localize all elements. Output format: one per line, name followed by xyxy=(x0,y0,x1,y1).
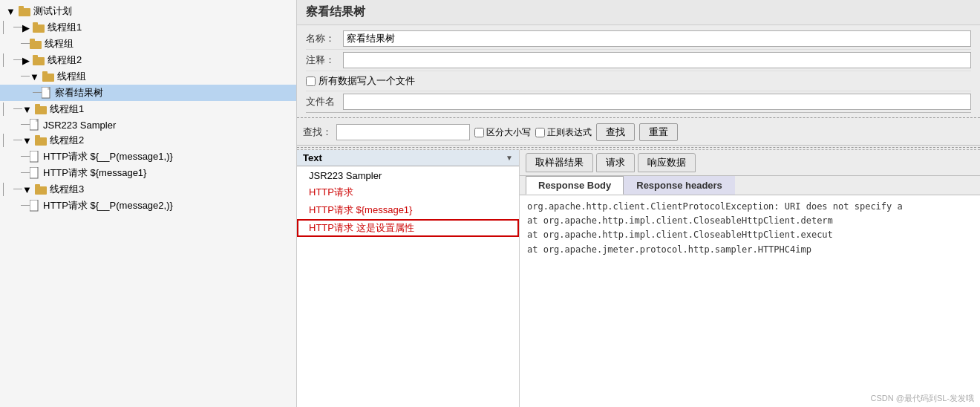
sub-tab-response-body[interactable]: Response Body xyxy=(526,176,624,195)
tabs-row: 取样器结果 请求 响应数据 xyxy=(520,150,980,176)
svg-rect-17 xyxy=(30,167,38,178)
folder-icon xyxy=(30,39,42,49)
case-sensitive-option: 区分大小写 xyxy=(474,126,531,139)
regex-label: 正则表达式 xyxy=(547,126,592,139)
comment-row: 注释： xyxy=(306,50,971,71)
comment-input[interactable] xyxy=(343,52,971,68)
tree-item[interactable]: ▶ 线程组1 xyxy=(0,19,296,36)
write-all-label: 所有数据写入一个文件 xyxy=(318,74,415,88)
tab-sampler-result[interactable]: 取样器结果 xyxy=(526,153,593,172)
case-sensitive-label: 区分大小写 xyxy=(486,126,531,139)
expand-icon: ▶ xyxy=(22,22,30,33)
case-sensitive-checkbox[interactable] xyxy=(474,128,484,137)
right-panel: 察看结果树 名称： 注释： 所有数据写入一个文件 文件名 查找： 区分大小写 xyxy=(297,0,980,407)
tree-item-label: 线程组3 xyxy=(50,183,84,196)
tree-root[interactable]: ▼ 测试计划 xyxy=(0,3,296,19)
folder-icon xyxy=(19,6,30,16)
tree-item[interactable]: ▼ 线程组2 xyxy=(0,132,296,149)
tree-panel: ▼ 测试计划 ▶ 线程组1 线程组 ▶ 线程组2 ▼ xyxy=(0,0,297,407)
svg-rect-12 xyxy=(35,104,40,107)
dropdown-arrow-icon[interactable]: ▼ xyxy=(506,154,513,162)
list-item-selected[interactable]: HTTP请求 这是设置属性 xyxy=(297,219,519,237)
tab-request[interactable]: 请求 xyxy=(596,153,635,172)
tree-item[interactable]: HTTP请求 ${__P(message2,)} xyxy=(0,198,296,214)
folder-icon xyxy=(33,22,45,33)
reset-button[interactable]: 重置 xyxy=(639,123,678,141)
regex-checkbox[interactable] xyxy=(535,128,545,137)
error-line-3: at org.apache.http.impl.client.Closeable… xyxy=(527,228,973,242)
svg-rect-7 xyxy=(33,55,38,58)
tree-item[interactable]: 线程组 xyxy=(0,36,296,52)
name-row: 名称： xyxy=(306,28,971,50)
tree-item-label: 线程组1 xyxy=(50,102,84,116)
svg-rect-8 xyxy=(42,74,54,82)
detail-panel: 取样器结果 请求 响应数据 Response Body Response hea… xyxy=(520,150,980,407)
svg-rect-11 xyxy=(35,106,47,114)
tab-response-data[interactable]: 响应数据 xyxy=(638,153,696,172)
tree-item[interactable]: ▼ 线程组1 xyxy=(0,101,296,117)
filename-row: 文件名 xyxy=(306,91,971,113)
svg-rect-18 xyxy=(35,186,47,195)
error-line-4: at org.apache.jmeter.protocol.http.sampl… xyxy=(527,243,973,257)
list-item[interactable]: JSR223 Sampler xyxy=(297,168,519,183)
tree-item[interactable]: HTTP请求 ${message1} xyxy=(0,165,296,181)
divider xyxy=(297,117,980,118)
svg-rect-20 xyxy=(30,200,38,211)
svg-rect-2 xyxy=(33,25,45,33)
list-item[interactable]: HTTP请求 ${message1} xyxy=(297,201,519,219)
tree-item[interactable]: HTTP请求 ${__P(message1,)} xyxy=(0,149,296,165)
svg-rect-16 xyxy=(30,151,38,162)
result-list: JSR223 Sampler HTTP请求 HTTP请求 ${message1}… xyxy=(297,166,519,407)
svg-rect-4 xyxy=(30,41,42,49)
write-all-checkbox[interactable] xyxy=(306,76,316,86)
filename-label: 文件名 xyxy=(306,95,343,108)
doc-icon xyxy=(30,167,40,179)
result-list-panel: Text ▼ JSR223 Sampler HTTP请求 HTTP请求 ${me… xyxy=(297,150,520,407)
list-item[interactable]: HTTP请求 xyxy=(297,183,519,201)
tree-item-label: HTTP请求 ${__P(message2,)} xyxy=(43,199,173,212)
tree-item[interactable]: ▶ 线程组2 xyxy=(0,52,296,68)
expand-icon: ▼ xyxy=(22,184,32,195)
form-section: 名称： 注释： 所有数据写入一个文件 文件名 xyxy=(297,25,980,116)
svg-rect-19 xyxy=(35,184,40,187)
tree-item[interactable]: JSR223 Sampler xyxy=(0,117,296,132)
search-label: 查找： xyxy=(303,126,332,139)
comment-label: 注释： xyxy=(306,53,343,67)
error-line-1: org.apache.http.client.ClientProtocolExc… xyxy=(527,200,973,214)
write-all-row: 所有数据写入一个文件 xyxy=(306,71,971,91)
svg-rect-1 xyxy=(19,6,24,9)
search-input[interactable] xyxy=(336,124,470,140)
list-header-label: Text xyxy=(303,152,322,163)
tree-item-selected[interactable]: 察看结果树 xyxy=(0,85,296,101)
list-header: Text ▼ xyxy=(297,150,519,166)
expand-icon: ▼ xyxy=(6,6,16,17)
search-bar: 查找： 区分大小写 正则表达式 查找 重置 xyxy=(297,120,980,146)
error-line-2: at org.apache.http.impl.client.Closeable… xyxy=(527,214,973,228)
folder-icon xyxy=(35,135,47,146)
svg-rect-15 xyxy=(35,135,40,138)
tree-item[interactable]: ▼ 线程组3 xyxy=(0,181,296,198)
tree-root-label: 测试计划 xyxy=(33,4,72,18)
tree-item-label: 线程组2 xyxy=(50,134,84,147)
bottom-split: Text ▼ JSR223 Sampler HTTP请求 HTTP请求 ${me… xyxy=(297,149,980,407)
tree-item[interactable]: ▼ 线程组 xyxy=(0,68,296,85)
tree-item-label: HTTP请求 ${message1} xyxy=(43,166,146,180)
svg-rect-0 xyxy=(19,8,30,16)
divider2 xyxy=(297,147,980,148)
find-button[interactable]: 查找 xyxy=(596,123,635,141)
panel-title: 察看结果树 xyxy=(297,0,980,25)
name-input[interactable] xyxy=(343,30,971,47)
expand-icon: ▼ xyxy=(22,135,32,146)
expand-icon: ▼ xyxy=(30,71,39,82)
sub-tabs: Response Body Response headers xyxy=(520,176,980,195)
watermark: CSDN @最代码到SL-发发哦 xyxy=(870,393,974,404)
regex-option: 正则表达式 xyxy=(535,126,592,139)
folder-icon xyxy=(33,55,45,65)
sub-tab-response-headers[interactable]: Response headers xyxy=(624,176,735,195)
svg-rect-14 xyxy=(35,137,47,146)
svg-rect-3 xyxy=(33,22,38,25)
tree-item-label: HTTP请求 ${__P(message1,)} xyxy=(43,150,173,163)
filename-input[interactable] xyxy=(343,94,971,110)
folder-icon xyxy=(35,104,47,114)
svg-rect-6 xyxy=(33,57,45,65)
